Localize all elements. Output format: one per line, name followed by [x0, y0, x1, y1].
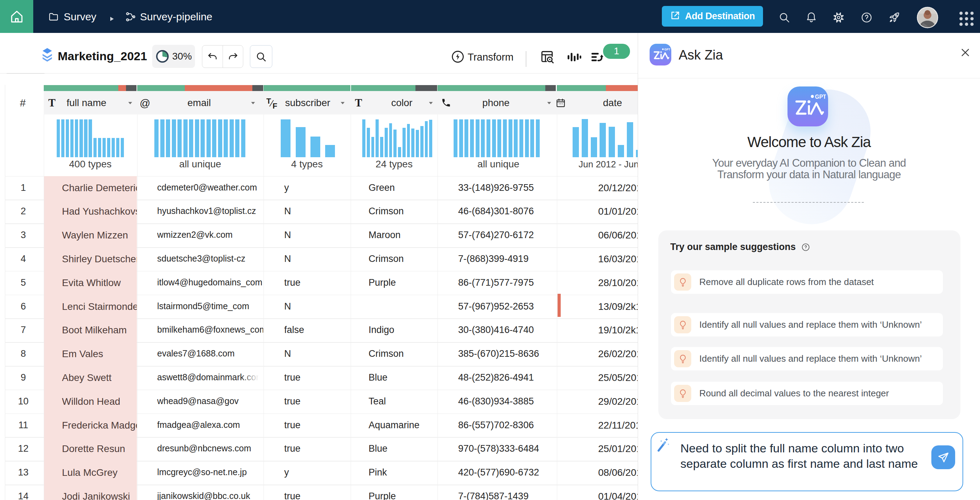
svg-text:GPT: GPT — [815, 94, 826, 100]
svg-text:GPT: GPT — [664, 48, 670, 51]
